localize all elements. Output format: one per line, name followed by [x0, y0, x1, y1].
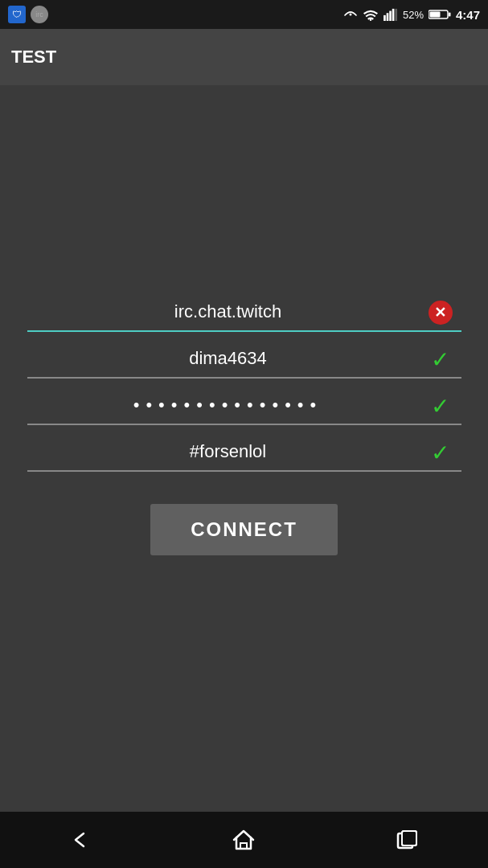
svg-rect-6	[395, 9, 397, 21]
check-icon: ✓	[431, 346, 449, 373]
bars-icon	[383, 8, 398, 21]
svg-rect-3	[387, 13, 389, 21]
svg-rect-12	[402, 831, 416, 845]
svg-rect-5	[392, 9, 395, 21]
status-bar: 🛡 irc 52% 4:47	[0, 0, 488, 29]
channel-field-row: ✓	[27, 433, 461, 472]
status-bar-right: 52% 4:47	[343, 7, 480, 22]
svg-rect-4	[389, 11, 392, 21]
irc-icon: irc	[31, 6, 48, 23]
connect-btn-container: CONNECT	[27, 504, 461, 555]
recents-button[interactable]	[387, 820, 427, 860]
status-bar-left: 🛡 irc	[8, 6, 48, 23]
password-input[interactable]	[27, 387, 461, 425]
battery-percent: 52%	[403, 9, 424, 21]
form-container: ✕ ✓ ✓ ✓ CONNECT	[27, 293, 461, 555]
home-button[interactable]	[223, 820, 264, 860]
svg-rect-9	[429, 12, 440, 18]
battery-icon	[429, 8, 451, 21]
svg-rect-8	[449, 13, 451, 17]
server-input[interactable]	[27, 293, 461, 332]
back-button[interactable]	[61, 820, 101, 860]
main-content: ✕ ✓ ✓ ✓ CONNECT	[0, 85, 488, 812]
app-title: TEST	[11, 47, 56, 68]
check-icon-2: ✓	[431, 393, 449, 420]
username-field-row: ✓	[27, 340, 461, 379]
shield-icon: 🛡	[8, 6, 26, 23]
channel-input[interactable]	[27, 433, 461, 472]
server-field-row: ✕	[27, 293, 461, 332]
wifi-icon	[363, 8, 379, 21]
app-bar: TEST	[0, 29, 488, 85]
username-status-icon: ✓	[426, 345, 455, 374]
username-input[interactable]	[27, 340, 461, 379]
channel-status-icon: ✓	[426, 438, 455, 467]
clock: 4:47	[456, 8, 480, 22]
password-status-icon: ✓	[426, 391, 455, 420]
svg-point-1	[370, 18, 372, 21]
server-status-icon: ✕	[426, 298, 455, 327]
nav-bar	[0, 812, 488, 868]
connect-button[interactable]: CONNECT	[150, 504, 338, 555]
password-field-row: ✓	[27, 387, 461, 425]
signal-icon	[343, 7, 358, 22]
check-icon-3: ✓	[431, 440, 449, 466]
svg-rect-2	[383, 15, 386, 21]
error-icon: ✕	[429, 301, 453, 325]
svg-point-0	[349, 14, 351, 16]
